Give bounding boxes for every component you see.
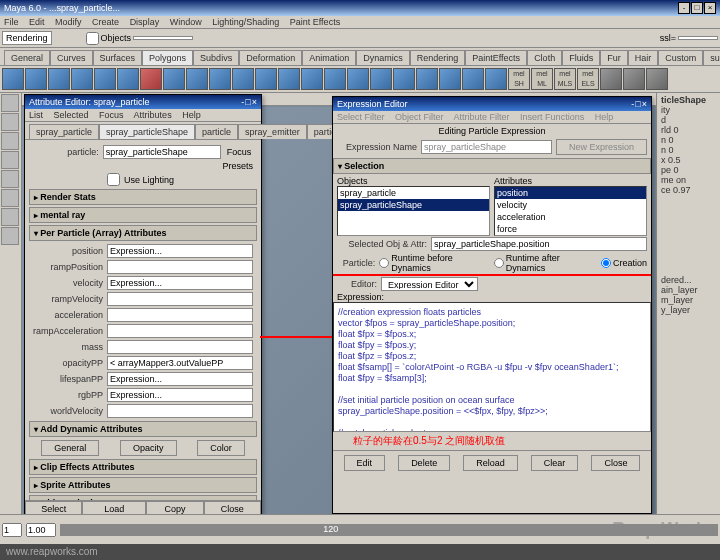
list-item[interactable]: inputForce[0] [495, 235, 646, 236]
expr-titlebar[interactable]: Expression Editor -□× [333, 97, 651, 111]
attr-menu-attributes[interactable]: Attributes [134, 110, 172, 120]
shelf-icon[interactable] [393, 68, 415, 90]
shelf-icon[interactable] [117, 68, 139, 90]
shelf-tab-general[interactable]: General [4, 50, 50, 65]
shelf-icon[interactable] [301, 68, 323, 90]
attr-row-field[interactable] [107, 276, 253, 290]
layer-item[interactable]: dered... [659, 275, 718, 285]
shelf-icon[interactable] [600, 68, 622, 90]
clear-button[interactable]: Clear [531, 455, 579, 471]
channel-item[interactable]: n 0 [659, 135, 718, 145]
close-button[interactable]: Close [591, 455, 640, 471]
attributes-list[interactable]: position velocity acceleration force inp… [494, 186, 647, 236]
tool-icon[interactable] [1, 170, 19, 188]
mel-icon[interactable]: mel SH [508, 68, 530, 90]
shelf-icon[interactable] [646, 68, 668, 90]
shelf-icon[interactable] [485, 68, 507, 90]
attr-row-field[interactable] [107, 308, 253, 322]
attr-row-field[interactable] [107, 260, 253, 274]
attr-row-field[interactable] [107, 356, 253, 370]
attr-tab[interactable]: particle [195, 124, 238, 139]
opacity-button[interactable]: Opacity [120, 440, 177, 456]
menu-window[interactable]: Window [170, 17, 202, 27]
edit-button[interactable]: Edit [344, 455, 386, 471]
attr-tab[interactable]: spray_particleShape [99, 124, 195, 139]
range-start-field[interactable] [2, 523, 22, 537]
tool-icon[interactable] [1, 208, 19, 226]
tool-icon[interactable] [1, 189, 19, 207]
attr-row-field[interactable] [107, 324, 253, 338]
shelf-tab-fur[interactable]: Fur [600, 50, 628, 65]
channel-item[interactable]: d [659, 115, 718, 125]
list-item[interactable]: velocity [495, 199, 646, 211]
objects-field[interactable] [133, 36, 193, 40]
channel-item[interactable]: rld 0 [659, 125, 718, 135]
shelf-tab-animation[interactable]: Animation [302, 50, 356, 65]
ssl-field[interactable] [678, 36, 718, 40]
tool-icon[interactable] [1, 113, 19, 131]
current-time-field[interactable] [26, 523, 56, 537]
menu-painteffects[interactable]: Paint Effects [290, 17, 340, 27]
attr-max-icon[interactable]: □ [245, 97, 250, 107]
channel-item[interactable]: me on [659, 175, 718, 185]
menu-edit[interactable]: Edit [29, 17, 45, 27]
shelf-tab-polygons[interactable]: Polygons [142, 50, 193, 65]
menu-lighting[interactable]: Lighting/Shading [212, 17, 279, 27]
objects-list[interactable]: spray_particle spray_particleShape [337, 186, 490, 236]
selobj-field[interactable] [431, 237, 647, 251]
shelf-tab-fluids[interactable]: Fluids [562, 50, 600, 65]
section-per-particle[interactable]: Per Particle (Array) Attributes [29, 225, 257, 241]
attr-row-field[interactable] [107, 404, 253, 418]
section-sprite[interactable]: Sprite Attributes [29, 477, 257, 493]
expr-menu[interactable]: Help [595, 112, 614, 122]
shelf-icon[interactable] [278, 68, 300, 90]
runtime-after-radio[interactable] [494, 258, 504, 268]
expname-field[interactable] [421, 140, 552, 154]
attr-min-icon[interactable]: - [241, 97, 244, 107]
shelf-tab-custom[interactable]: Custom [658, 50, 703, 65]
reload-button[interactable]: Reload [463, 455, 518, 471]
shelf-icon[interactable] [232, 68, 254, 90]
shelf-icon[interactable] [255, 68, 277, 90]
layer-item[interactable]: m_layer [659, 295, 718, 305]
shelf-tab-curves[interactable]: Curves [50, 50, 93, 65]
shelf-icon[interactable] [25, 68, 47, 90]
maximize-button[interactable]: □ [691, 2, 703, 14]
tool-icon[interactable] [1, 132, 19, 150]
shelf-tab-cloth[interactable]: Cloth [527, 50, 562, 65]
attr-row-field[interactable] [107, 340, 253, 354]
shelf-icon[interactable] [347, 68, 369, 90]
layer-item[interactable]: ain_layer [659, 285, 718, 295]
shelf-tab-surfaces[interactable]: Surfaces [93, 50, 143, 65]
expr-max-icon[interactable]: □ [635, 99, 640, 109]
shelf-icon[interactable] [209, 68, 231, 90]
mel-icon[interactable]: mel ML [531, 68, 553, 90]
shelf-icon[interactable] [48, 68, 70, 90]
expr-menu[interactable]: Object Filter [395, 112, 444, 122]
list-item[interactable]: acceleration [495, 211, 646, 223]
render-mode-dropdown[interactable]: Rendering [2, 31, 52, 45]
menu-display[interactable]: Display [130, 17, 160, 27]
menu-file[interactable]: File [4, 17, 19, 27]
color-button[interactable]: Color [197, 440, 245, 456]
focus-button[interactable]: Focus [225, 147, 253, 157]
shelf-icon[interactable] [71, 68, 93, 90]
attr-row-field[interactable] [107, 388, 253, 402]
menu-create[interactable]: Create [92, 17, 119, 27]
channel-item[interactable]: x 0.5 [659, 155, 718, 165]
shelf-tab-deformation[interactable]: Deformation [239, 50, 302, 65]
tool-icon[interactable] [1, 227, 19, 245]
minimize-button[interactable]: - [678, 2, 690, 14]
shelf-icon[interactable] [2, 68, 24, 90]
channel-item[interactable]: ity [659, 105, 718, 115]
section-render-stats[interactable]: Render Stats [29, 189, 257, 205]
attr-menu-help[interactable]: Help [182, 110, 201, 120]
shelf-icon[interactable] [439, 68, 461, 90]
attr-tab[interactable]: spray_emitter [238, 124, 307, 139]
editor-dropdown[interactable]: Expression Editor [381, 277, 478, 291]
delete-button[interactable]: Delete [398, 455, 450, 471]
layer-item[interactable]: y_layer [659, 305, 718, 315]
section-add-dynamic[interactable]: Add Dynamic Attributes [29, 421, 257, 437]
presets-button[interactable]: Presets [222, 161, 253, 171]
use-lighting-checkbox[interactable] [107, 173, 120, 186]
